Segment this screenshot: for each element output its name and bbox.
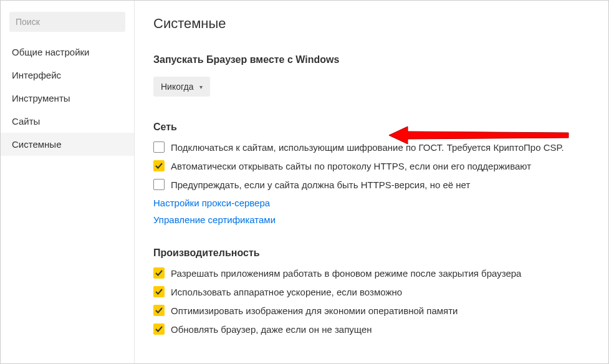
checkbox-row-https-warn: Предупреждать, если у сайта должна быть … — [153, 179, 590, 191]
network-title: Сеть — [153, 122, 590, 133]
checkbox-label: Использовать аппаратное ускорение, если … — [171, 286, 402, 299]
checkbox-row-https-auto: Автоматически открывать сайты по протоко… — [153, 160, 590, 173]
checkbox-row-optimize-images: Оптимизировать изображения для экономии … — [153, 305, 590, 317]
checkbox-background-apps[interactable] — [153, 267, 165, 279]
checkbox-row-update-browser: Обновлять браузер, даже если он не запущ… — [153, 323, 590, 336]
network-section: Сеть Подключаться к сайтам, использующим… — [153, 122, 590, 225]
checkbox-hw-accel[interactable] — [153, 286, 165, 297]
sidebar-item-general[interactable]: Общие настройки — [1, 41, 134, 64]
page-title: Системные — [153, 16, 590, 32]
startup-dropdown[interactable]: Никогда ▾ — [153, 77, 210, 97]
search-input[interactable]: Поиск — [9, 12, 125, 32]
sidebar-item-interface[interactable]: Интерфейс — [1, 64, 134, 87]
sidebar-item-system[interactable]: Системные — [1, 133, 134, 156]
checkbox-row-hw-accel: Использовать аппаратное ускорение, если … — [153, 286, 590, 299]
checkbox-label: Автоматически открывать сайты по протоко… — [171, 160, 531, 173]
checkbox-label: Предупреждать, если у сайта должна быть … — [171, 179, 470, 191]
startup-section: Запускать Браузер вместе с Windows Никог… — [153, 54, 590, 97]
checkbox-label: Оптимизировать изображения для экономии … — [171, 305, 458, 317]
checkbox-row-gost: Подключаться к сайтам, использующим шифр… — [153, 141, 590, 154]
checkbox-row-background-apps: Разрешать приложениям работать в фоновом… — [153, 267, 590, 280]
checkbox-label: Разрешать приложениям работать в фоновом… — [171, 267, 521, 280]
sidebar-item-tools[interactable]: Инструменты — [1, 87, 134, 110]
sidebar: Поиск Общие настройки Интерфейс Инструме… — [1, 1, 135, 363]
checkbox-gost[interactable] — [153, 141, 165, 153]
chevron-down-icon: ▾ — [199, 84, 203, 90]
proxy-settings-link[interactable]: Настройки прокси-сервера — [153, 198, 590, 208]
performance-section: Производительность Разрешать приложениям… — [153, 247, 590, 336]
checkbox-https-warn[interactable] — [153, 179, 165, 190]
startup-title: Запускать Браузер вместе с Windows — [153, 54, 590, 65]
checkbox-https-auto[interactable] — [153, 160, 165, 171]
main-content: Системные Запускать Браузер вместе с Win… — [135, 1, 608, 363]
checkbox-update-browser[interactable] — [153, 323, 165, 335]
checkbox-label: Обновлять браузер, даже если он не запущ… — [171, 323, 372, 336]
checkbox-optimize-images[interactable] — [153, 305, 165, 316]
startup-dropdown-value: Никогда — [161, 82, 193, 92]
checkbox-label: Подключаться к сайтам, использующим шифр… — [171, 141, 564, 154]
certificate-management-link[interactable]: Управление сертификатами — [153, 214, 590, 225]
sidebar-item-sites[interactable]: Сайты — [1, 110, 134, 133]
performance-title: Производительность — [153, 247, 590, 259]
